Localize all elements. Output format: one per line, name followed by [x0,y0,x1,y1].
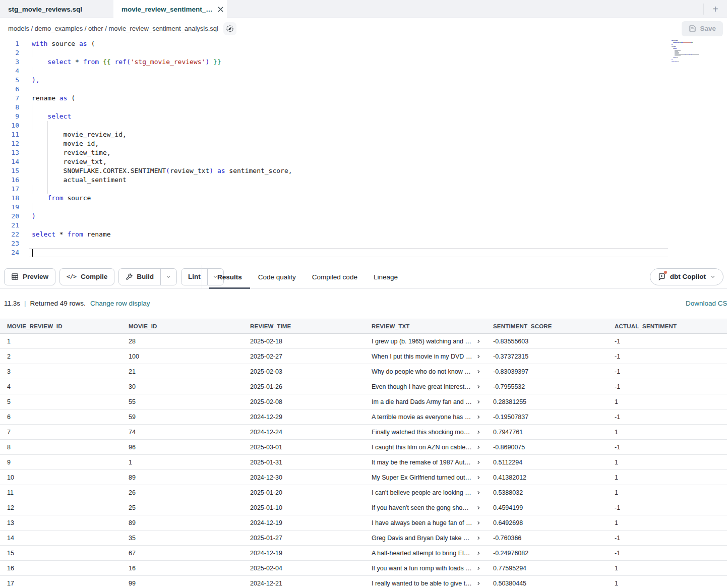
table-cell: 1 [608,455,727,470]
table-cell: If you haven't seen the gong show TV s… [365,500,486,515]
new-tab-button[interactable]: + [704,1,727,18]
table-cell: 2024-12-30 [243,470,365,485]
tab-compiled-code[interactable]: Compiled code [304,265,366,289]
table-cell: -0.8690075 [486,440,608,455]
code-line: 11 movie_review_id, [0,130,727,139]
indent-guide [47,166,48,175]
close-tab-icon[interactable] [218,7,223,12]
compile-label: Compile [81,273,107,280]
column-header: REVIEW_TIME [243,319,365,334]
tab-code-quality[interactable]: Code quality [250,265,304,289]
code-line: 1with source as ( [0,39,727,48]
download-csv-link[interactable]: Download CSV [686,300,727,307]
table-cell: 2025-02-18 [243,334,365,349]
code-line-text [29,48,32,57]
code-line: 15 SNOWFLAKE.CORTEX.SENTIMENT(review_txt… [0,166,727,175]
change-row-display-link[interactable]: Change row display [90,300,150,307]
table-row: 10892024-12-30My Super Ex Girlfriend tur… [0,470,727,485]
table-row: 3212025-02-03Why do people who do not kn… [0,364,727,379]
column-header: MOVIE_ID [122,319,243,334]
expand-cell-chevron-icon[interactable] [476,581,481,586]
table-cell: 13 [0,515,122,531]
table-row: 5552025-02-08Im a die hard Dads Army fan… [0,394,727,409]
line-number: 8 [0,103,19,112]
table-cell: 74 [122,425,243,440]
line-number: 20 [0,212,19,221]
indent-guide [32,185,32,194]
expand-cell-chevron-icon[interactable] [476,445,481,450]
code-line-text: select [29,112,71,121]
table-cell: 89 [122,470,243,485]
expand-cell-chevron-icon[interactable] [476,475,481,480]
line-number: 13 [0,148,19,157]
column-header: MOVIE_REVIEW_ID [0,319,122,334]
review-text: It may be the remake of 1987 Autumn'… [372,459,472,466]
table-cell: -1 [608,364,727,379]
code-line-text: select * from {{ ref('stg_movie_reviews'… [29,57,221,67]
expand-cell-chevron-icon[interactable] [476,490,481,495]
expand-cell-chevron-icon[interactable] [476,384,481,389]
code-line-text [29,85,32,94]
code-line-text: movie_review_id, [29,130,127,139]
expand-cell-chevron-icon[interactable] [476,369,481,374]
expand-cell-chevron-icon[interactable] [476,505,481,510]
preview-button[interactable]: Preview [4,268,55,285]
expand-cell-chevron-icon[interactable] [476,415,481,420]
table-cell: 25 [122,500,243,515]
tab-lineage[interactable]: Lineage [366,265,406,289]
line-number: 6 [0,85,19,94]
review-text: Finally watched this shocking movie la… [372,429,472,436]
table-cell: 2025-01-20 [243,485,365,500]
expand-cell-chevron-icon[interactable] [476,536,481,541]
table-cell: 14 [0,531,122,546]
file-tab-stg-movie-reviews[interactable]: stg_movie_reviews.sql [0,0,113,18]
table-cell: Finally watched this shocking movie la… [365,425,486,440]
code-line-text [29,103,32,112]
explore-compass-button[interactable] [223,22,236,35]
table-cell: 1 [122,455,243,470]
code-line: 2 [0,48,727,57]
compile-button[interactable]: </> Compile [59,268,114,285]
table-cell: 1 [608,576,727,588]
file-tab-movie-review-sentiment[interactable]: movie_review_sentiment_… [113,0,227,19]
tab-results[interactable]: Results [209,265,250,289]
indent-guide [47,130,48,139]
table-grid-icon [11,273,19,280]
expand-cell-chevron-icon[interactable] [476,339,481,344]
build-dropdown-button[interactable] [160,269,176,285]
editor-minimap[interactable] [672,40,708,65]
expand-cell-chevron-icon[interactable] [476,566,481,571]
dbt-copilot-button[interactable]: dbt Copilot [650,268,723,285]
code-line: 3 select * from {{ ref('stg_movie_review… [0,57,727,67]
table-cell: 1 [608,515,727,531]
table-cell: -0.760366 [486,531,608,546]
lint-button[interactable]: Lint [181,269,207,285]
table-cell: 12 [0,500,122,515]
expand-cell-chevron-icon[interactable] [476,551,481,556]
table-cell: 2025-01-10 [243,500,365,515]
expand-cell-chevron-icon[interactable] [476,354,481,359]
table-cell: 2024-12-21 [243,576,365,588]
line-number: 12 [0,139,19,148]
table-cell: 96 [122,440,243,455]
code-line: 14 review_txt, [0,157,727,166]
indent-guide [32,48,32,57]
expand-cell-chevron-icon[interactable] [476,520,481,525]
build-button[interactable]: Build [119,269,160,285]
review-text: Greg Davis and Bryan Daly take some … [372,535,472,542]
indent-guide [47,175,48,185]
code-line-text: ) [29,212,36,221]
table-cell: 7 [0,425,122,440]
line-number: 4 [0,67,19,76]
line-number: 10 [0,121,19,130]
sql-code-editor[interactable]: 1with source as (23 select * from {{ ref… [0,38,727,265]
expand-cell-chevron-icon[interactable] [476,430,481,435]
code-line: 18 from source [0,194,727,203]
table-cell: A terrible movie as everyone has said. … [365,409,486,425]
line-number: 22 [0,230,19,239]
expand-cell-chevron-icon[interactable] [476,399,481,404]
review-text: Even though I have great interest in Bi… [372,383,472,390]
expand-cell-chevron-icon[interactable] [476,460,481,465]
save-button[interactable]: Save [682,21,723,36]
table-cell: 2025-03-01 [243,440,365,455]
